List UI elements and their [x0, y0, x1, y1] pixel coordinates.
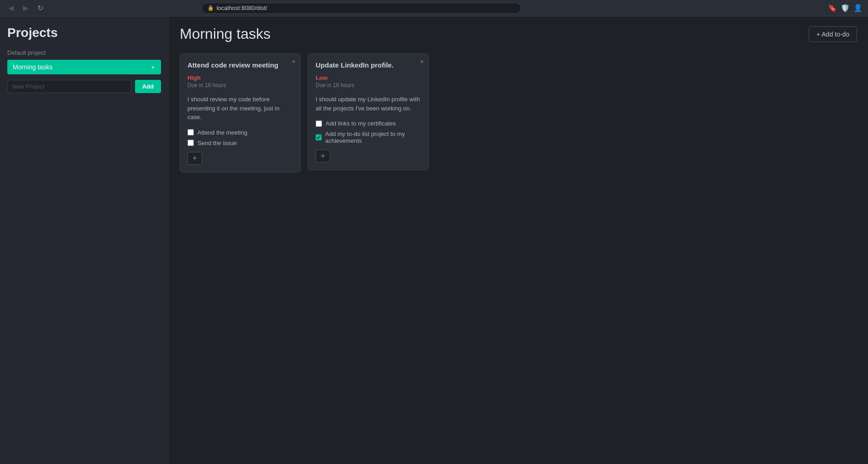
lock-icon: 🔒	[208, 5, 214, 11]
cards-area: × Attend code review meeting High Due in…	[180, 53, 857, 172]
app-layout: Projects Default project Morning tasks ×…	[0, 16, 868, 464]
card-title-card-2: Update LinkedIn profile.	[316, 61, 421, 69]
add-task-button-card-1[interactable]: +	[187, 152, 202, 165]
reload-button[interactable]: ↻	[35, 3, 46, 13]
sidebar: Projects Default project Morning tasks ×…	[0, 16, 169, 464]
card-description-card-2: I should update my LinkedIn profile with…	[316, 95, 421, 113]
add-project-button[interactable]: Add	[135, 80, 161, 93]
close-project-button[interactable]: ×	[150, 64, 156, 70]
task-label-t1: Attend the meeting	[198, 129, 247, 136]
new-project-input[interactable]	[7, 80, 131, 93]
card-title-card-1: Attend code review meeting	[187, 61, 293, 69]
add-task-button-card-2[interactable]: +	[316, 150, 330, 162]
task-label-t2: Send the issue	[198, 140, 237, 146]
url-text: localhost:8080/dist/	[217, 5, 267, 11]
task-label-t3: Add links to my certificates	[326, 120, 396, 127]
close-card-button-card-1[interactable]: ×	[292, 58, 296, 65]
browser-chrome: ◀ ▶ ↻ 🔒 localhost:8080/dist/ 🔖 🛡️ 👤	[0, 0, 868, 16]
forward-button[interactable]: ▶	[20, 3, 31, 13]
task-checkbox-t3[interactable]	[316, 120, 322, 127]
new-project-row: Add	[7, 80, 161, 93]
address-bar: 🔒 localhost:8080/dist/	[202, 3, 521, 14]
profile-icon[interactable]: 👤	[853, 4, 863, 12]
task-checkbox-t2[interactable]	[187, 140, 194, 146]
due-text-card-2: Due in 18 hours	[316, 82, 421, 89]
task-checkbox-t4[interactable]	[316, 134, 322, 141]
sidebar-title: Projects	[7, 26, 161, 40]
bookmark-icon[interactable]: 🔖	[828, 4, 837, 12]
todo-card-card-1: × Attend code review meeting High Due in…	[180, 53, 301, 172]
project-item-morning-tasks[interactable]: Morning tasks ×	[7, 60, 161, 74]
todo-card-card-2: × Update LinkedIn profile. Low Due in 18…	[308, 53, 429, 170]
main-title: Morning tasks	[180, 26, 270, 42]
task-item-t4: Add my to-do list project to my achievem…	[316, 130, 421, 144]
close-card-button-card-2[interactable]: ×	[420, 58, 424, 65]
main-content: Morning tasks + Add to-do × Attend code …	[169, 16, 868, 464]
add-todo-button[interactable]: + Add to-do	[809, 26, 857, 42]
default-project-label: Default project	[7, 49, 161, 56]
extensions-icon[interactable]: 🛡️	[841, 4, 850, 12]
task-item-t3: Add links to my certificates	[316, 120, 421, 127]
priority-label-card-1: High	[187, 74, 293, 81]
card-description-card-1: I should review my code before presentin…	[187, 95, 293, 122]
task-item-t1: Attend the meeting	[187, 129, 293, 136]
due-text-card-1: Due in 18 hours	[187, 82, 293, 89]
task-list-card-1: Attend the meeting Send the issue	[187, 129, 293, 146]
task-label-t4: Add my to-do list project to my achievem…	[325, 130, 421, 144]
main-header: Morning tasks + Add to-do	[180, 26, 857, 42]
task-checkbox-t1[interactable]	[187, 129, 194, 136]
priority-label-card-2: Low	[316, 74, 421, 81]
project-label: Morning tasks	[13, 63, 52, 71]
browser-actions: 🔖 🛡️ 👤	[828, 4, 863, 12]
task-list-card-2: Add links to my certificates Add my to-d…	[316, 120, 421, 144]
task-item-t2: Send the issue	[187, 140, 293, 146]
back-button[interactable]: ◀	[5, 3, 16, 13]
